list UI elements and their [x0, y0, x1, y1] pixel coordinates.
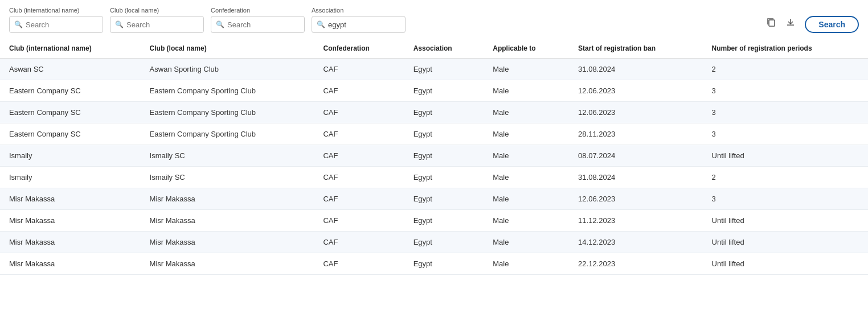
- cell-club-local: Eastern Company Sporting Club: [141, 80, 314, 102]
- filter-confederation-input[interactable]: [227, 20, 323, 29]
- results-table-container: Club (international name) Club (local na…: [0, 39, 868, 275]
- cell-start-ban: 22.12.2023: [569, 253, 703, 275]
- cell-start-ban: 28.11.2023: [569, 123, 703, 145]
- cell-confederation: CAF: [314, 253, 404, 275]
- filter-club-international-input-wrapper: 🔍: [9, 16, 103, 33]
- search-button[interactable]: Search: [805, 16, 859, 33]
- table-row: Aswan SCAswan Sporting ClubCAFEgyptMale3…: [0, 59, 868, 80]
- copy-icon-button[interactable]: [764, 15, 779, 32]
- cell-applicable-to: Male: [484, 102, 569, 123]
- cell-num-periods: Until lifted: [703, 253, 868, 275]
- cell-confederation: CAF: [314, 232, 404, 253]
- cell-club-local: Misr Makassa: [141, 188, 314, 210]
- table-row: IsmailyIsmaily SCCAFEgyptMale08.07.2024U…: [0, 145, 868, 167]
- cell-applicable-to: Male: [484, 188, 569, 210]
- search-icon-club-int: 🔍: [14, 20, 23, 28]
- cell-association: Egypt: [404, 145, 484, 167]
- cell-association: Egypt: [404, 167, 484, 188]
- cell-association: Egypt: [404, 188, 484, 210]
- cell-club-int: Ismaily: [0, 167, 141, 188]
- cell-applicable-to: Male: [484, 80, 569, 102]
- cell-start-ban: 31.08.2024: [569, 59, 703, 80]
- cell-start-ban: 12.06.2023: [569, 188, 703, 210]
- filter-club-international-input[interactable]: [26, 20, 121, 29]
- cell-club-int: Misr Makassa: [0, 253, 141, 275]
- cell-applicable-to: Male: [484, 59, 569, 80]
- cell-num-periods: 2: [703, 167, 868, 188]
- cell-club-local: Misr Makassa: [141, 232, 314, 253]
- cell-confederation: CAF: [314, 123, 404, 145]
- cell-club-int: Eastern Company SC: [0, 80, 141, 102]
- col-header-confederation: Confederation: [314, 39, 404, 59]
- filter-confederation: Confederation 🔍: [211, 7, 305, 33]
- results-table: Club (international name) Club (local na…: [0, 39, 868, 275]
- svg-rect-0: [769, 20, 775, 26]
- cell-applicable-to: Male: [484, 210, 569, 232]
- cell-club-int: Ismaily: [0, 145, 141, 167]
- cell-start-ban: 14.12.2023: [569, 232, 703, 253]
- filter-club-local-input[interactable]: [126, 20, 222, 29]
- filter-club-local: Club (local name) 🔍: [110, 7, 204, 33]
- filter-association: Association 🔍: [312, 7, 406, 33]
- table-row: Eastern Company SCEastern Company Sporti…: [0, 123, 868, 145]
- cell-applicable-to: Male: [484, 123, 569, 145]
- cell-start-ban: 12.06.2023: [569, 80, 703, 102]
- table-row: IsmailyIsmaily SCCAFEgyptMale31.08.20242: [0, 167, 868, 188]
- cell-num-periods: Until lifted: [703, 145, 868, 167]
- col-header-association: Association: [404, 39, 484, 59]
- cell-club-local: Misr Makassa: [141, 210, 314, 232]
- cell-confederation: CAF: [314, 59, 404, 80]
- cell-num-periods: 3: [703, 80, 868, 102]
- cell-num-periods: 3: [703, 123, 868, 145]
- cell-confederation: CAF: [314, 102, 404, 123]
- cell-num-periods: 3: [703, 102, 868, 123]
- col-header-club-local: Club (local name): [141, 39, 314, 59]
- cell-confederation: CAF: [314, 145, 404, 167]
- filter-association-input[interactable]: [328, 20, 424, 29]
- cell-association: Egypt: [404, 210, 484, 232]
- cell-club-local: Aswan Sporting Club: [141, 59, 314, 80]
- table-row: Eastern Company SCEastern Company Sporti…: [0, 102, 868, 123]
- filter-association-input-wrapper: 🔍: [312, 16, 406, 33]
- cell-club-local: Misr Makassa: [141, 253, 314, 275]
- table-row: Misr MakassaMisr MakassaCAFEgyptMale14.1…: [0, 232, 868, 253]
- col-header-start-ban: Start of registration ban: [569, 39, 703, 59]
- cell-confederation: CAF: [314, 167, 404, 188]
- filter-bar: Club (international name) 🔍 Club (local …: [0, 0, 868, 39]
- search-icon-club-local: 🔍: [115, 20, 124, 28]
- table-row: Misr MakassaMisr MakassaCAFEgyptMale12.0…: [0, 188, 868, 210]
- cell-applicable-to: Male: [484, 232, 569, 253]
- cell-club-int: Eastern Company SC: [0, 123, 141, 145]
- cell-club-int: Eastern Company SC: [0, 102, 141, 123]
- cell-association: Egypt: [404, 253, 484, 275]
- filter-association-label: Association: [312, 7, 406, 14]
- cell-confederation: CAF: [314, 188, 404, 210]
- cell-club-local: Ismaily SC: [141, 145, 314, 167]
- cell-club-int: Misr Makassa: [0, 188, 141, 210]
- cell-num-periods: Until lifted: [703, 210, 868, 232]
- cell-club-local: Ismaily SC: [141, 167, 314, 188]
- filter-confederation-label: Confederation: [211, 7, 305, 14]
- col-header-applicable-to: Applicable to: [484, 39, 569, 59]
- cell-association: Egypt: [404, 80, 484, 102]
- cell-association: Egypt: [404, 123, 484, 145]
- cell-association: Egypt: [404, 232, 484, 253]
- cell-association: Egypt: [404, 102, 484, 123]
- cell-applicable-to: Male: [484, 145, 569, 167]
- cell-num-periods: 3: [703, 188, 868, 210]
- cell-start-ban: 12.06.2023: [569, 102, 703, 123]
- cell-start-ban: 11.12.2023: [569, 210, 703, 232]
- cell-num-periods: Until lifted: [703, 232, 868, 253]
- table-row: Misr MakassaMisr MakassaCAFEgyptMale11.1…: [0, 210, 868, 232]
- col-header-num-periods: Number of registration periods: [703, 39, 868, 59]
- download-icon-button[interactable]: [783, 15, 798, 32]
- filter-club-local-label: Club (local name): [110, 7, 204, 14]
- filter-club-international-label: Club (international name): [9, 7, 103, 14]
- search-icon-association: 🔍: [317, 20, 325, 28]
- cell-association: Egypt: [404, 59, 484, 80]
- cell-num-periods: 2: [703, 59, 868, 80]
- cell-applicable-to: Male: [484, 253, 569, 275]
- cell-club-int: Aswan SC: [0, 59, 141, 80]
- cell-club-local: Eastern Company Sporting Club: [141, 123, 314, 145]
- cell-start-ban: 31.08.2024: [569, 167, 703, 188]
